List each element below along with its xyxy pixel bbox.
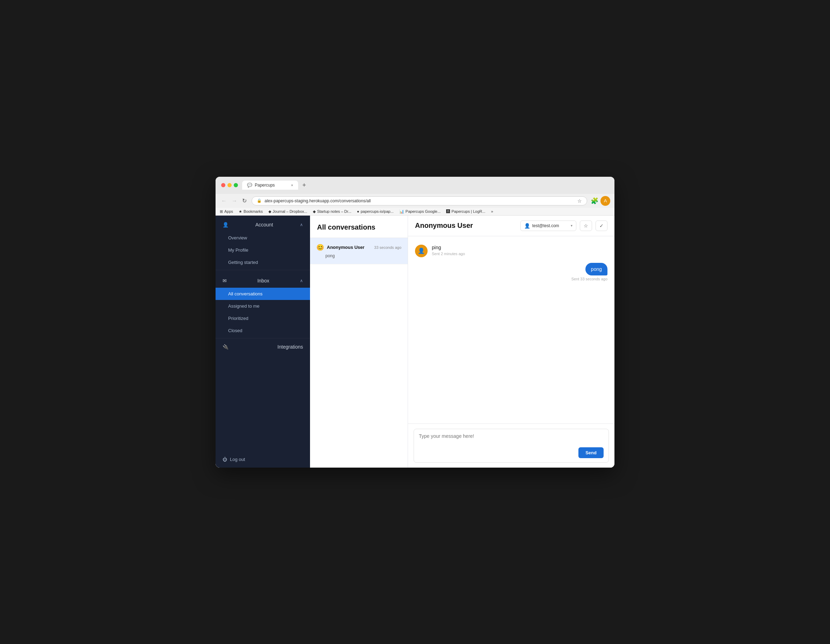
message-content: ping Sent 2 minutes ago <box>432 245 465 256</box>
sidebar-item-getting-started[interactable]: Getting started <box>215 256 310 268</box>
sidebar-item-all-conversations[interactable]: All conversations <box>215 288 310 300</box>
dropbox-icon-2: ◆ <box>313 209 316 214</box>
back-button[interactable]: ← <box>220 197 228 205</box>
conv-item-header: 😊 Anonymous User 33 seconds ago <box>316 244 401 251</box>
chat-input[interactable] <box>419 433 603 444</box>
message-time-out: Sent 33 seconds ago <box>572 277 607 281</box>
inbox-mail-icon: ✉ <box>223 278 227 284</box>
sidebar-item-overview[interactable]: Overview <box>215 232 310 244</box>
tab-title: Papercups <box>255 183 275 187</box>
profile-avatar[interactable]: A <box>600 196 610 206</box>
conversation-list-header: All conversations <box>310 216 408 238</box>
integrations-header[interactable]: 🔌 Integrations <box>215 340 310 354</box>
browser-window: 💬 Papercups × + ← → ↻ 🔒 alex-papercups-s… <box>215 177 615 468</box>
assignee-chevron-icon: ▾ <box>571 224 572 227</box>
account-person-icon: 👤 <box>223 222 228 227</box>
chat-panel: Anonymous User 👤 test@test.com ▾ ☆ ✓ 👤 <box>408 216 615 468</box>
new-tab-button[interactable]: + <box>299 180 309 190</box>
message-incoming-ping: 👤 ping Sent 2 minutes ago <box>415 245 607 257</box>
sidebar: 👤 Account ∧ Overview My Profile Getting … <box>215 216 310 468</box>
address-bar: ← → ↻ 🔒 alex-papercups-staging.herokuapp… <box>215 194 615 208</box>
conv-user-name: Anonymous User <box>327 245 364 250</box>
bookmark-startup-label: Startup notes – Dr... <box>317 209 351 214</box>
message-bubble: pong <box>585 263 607 276</box>
url-bar[interactable]: 🔒 alex-papercups-staging.herokuapp.com/c… <box>252 196 587 205</box>
traffic-lights <box>221 183 238 187</box>
prioritized-label: Prioritized <box>228 316 249 321</box>
integrations-label: Integrations <box>277 344 303 350</box>
close-window-button[interactable] <box>221 183 225 187</box>
assignee-email: test@test.com <box>532 223 559 228</box>
tab-favicon-icon: 💬 <box>247 183 252 187</box>
url-actions: ☆ <box>577 198 582 204</box>
all-conversations-label: All conversations <box>228 291 263 297</box>
conversation-list: All conversations 😊 Anonymous User 33 se… <box>310 216 408 468</box>
my-profile-label: My Profile <box>228 247 249 253</box>
bookmark-github[interactable]: ● papercups-io/pap... <box>357 209 394 214</box>
inbox-section-header[interactable]: ✉ Inbox ∧ <box>215 271 310 288</box>
sidebar-item-prioritized[interactable]: Prioritized <box>215 312 310 324</box>
tab-bar: 💬 Papercups × + <box>242 180 609 190</box>
tab-close-button[interactable]: × <box>291 183 293 187</box>
inbox-chevron-icon: ∧ <box>300 278 303 283</box>
app-container: 👤 Account ∧ Overview My Profile Getting … <box>215 216 615 468</box>
charts-icon: 📊 <box>399 209 404 214</box>
bookmark-google[interactable]: 📊 Papercups Google... <box>399 209 440 214</box>
url-text: alex-papercups-staging.herokuapp.com/con… <box>265 198 371 203</box>
assignee-select[interactable]: 👤 test@test.com ▾ <box>520 220 576 231</box>
resolve-conversation-button[interactable]: ✓ <box>596 220 607 231</box>
forward-button[interactable]: → <box>230 197 239 205</box>
sidebar-item-closed[interactable]: Closed <box>215 324 310 337</box>
conversation-item[interactable]: 😊 Anonymous User 33 seconds ago pong <box>310 238 408 264</box>
bookmark-logr[interactable]: 🅰 Papercups | LogR... <box>446 209 485 214</box>
logout-icon: ⏻ <box>223 457 227 462</box>
bookmark-journal[interactable]: ◆ Journal – Dropbox... <box>268 209 307 214</box>
overview-label: Overview <box>228 235 247 240</box>
message-avatar: 👤 <box>415 245 428 257</box>
bookmark-apps[interactable]: ⊞ Apps <box>220 209 233 214</box>
more-bookmarks-label: » <box>491 209 493 214</box>
star-url-button[interactable]: ☆ <box>577 198 582 204</box>
chat-input-area: Send <box>408 424 615 468</box>
extensions-icon[interactable]: 🧩 <box>591 197 598 205</box>
chat-header-actions: 👤 test@test.com ▾ ☆ ✓ <box>520 220 607 231</box>
bookmark-github-label: papercups-io/pap... <box>361 209 394 214</box>
minimize-window-button[interactable] <box>227 183 232 187</box>
inbox-label: Inbox <box>257 278 269 284</box>
bookmark-bookmarks[interactable]: ★ Bookmarks <box>239 209 263 214</box>
maximize-window-button[interactable] <box>234 183 238 187</box>
message-text: ping <box>432 245 465 250</box>
sidebar-divider-1 <box>215 270 310 270</box>
getting-started-label: Getting started <box>228 260 258 265</box>
star-icon: ★ <box>239 209 242 214</box>
inbox-section: ✉ Inbox ∧ All conversations Assigned to … <box>215 271 310 337</box>
send-button[interactable]: Send <box>578 447 603 458</box>
chat-user-name: Anonymous User <box>415 222 473 230</box>
conv-time: 33 seconds ago <box>374 245 401 249</box>
bookmarks-bar: ⊞ Apps ★ Bookmarks ◆ Journal – Dropbox..… <box>215 208 615 216</box>
lock-icon: 🔒 <box>257 198 262 203</box>
title-bar: 💬 Papercups × + <box>215 177 615 194</box>
github-icon: ● <box>357 209 360 214</box>
dropbox-icon: ◆ <box>268 209 271 214</box>
nav-buttons: ← → ↻ <box>220 197 248 205</box>
logout-button[interactable]: ⏻ Log out <box>215 451 310 468</box>
chat-input-footer: Send <box>419 447 603 458</box>
message-time: Sent 2 minutes ago <box>432 252 465 256</box>
star-conversation-button[interactable]: ☆ <box>580 220 592 231</box>
bookmark-more[interactable]: » <box>491 209 493 214</box>
account-section: 👤 Account ∧ Overview My Profile Getting … <box>215 216 310 268</box>
bookmark-apps-label: Apps <box>224 209 233 214</box>
refresh-button[interactable]: ↻ <box>241 197 248 205</box>
sidebar-item-my-profile[interactable]: My Profile <box>215 244 310 256</box>
browser-tab[interactable]: 💬 Papercups × <box>242 181 298 190</box>
chat-messages: 👤 ping Sent 2 minutes ago pong Sent 33 s… <box>408 236 615 424</box>
integrations-icon: 🔌 <box>223 344 228 350</box>
account-section-header[interactable]: 👤 Account ∧ <box>215 216 310 232</box>
sidebar-item-assigned-to-me[interactable]: Assigned to me <box>215 300 310 312</box>
conv-preview: pong <box>316 254 401 258</box>
closed-label: Closed <box>228 328 242 333</box>
bookmark-startup[interactable]: ◆ Startup notes – Dr... <box>313 209 351 214</box>
assigned-to-me-label: Assigned to me <box>228 303 260 309</box>
logout-label: Log out <box>230 457 245 462</box>
